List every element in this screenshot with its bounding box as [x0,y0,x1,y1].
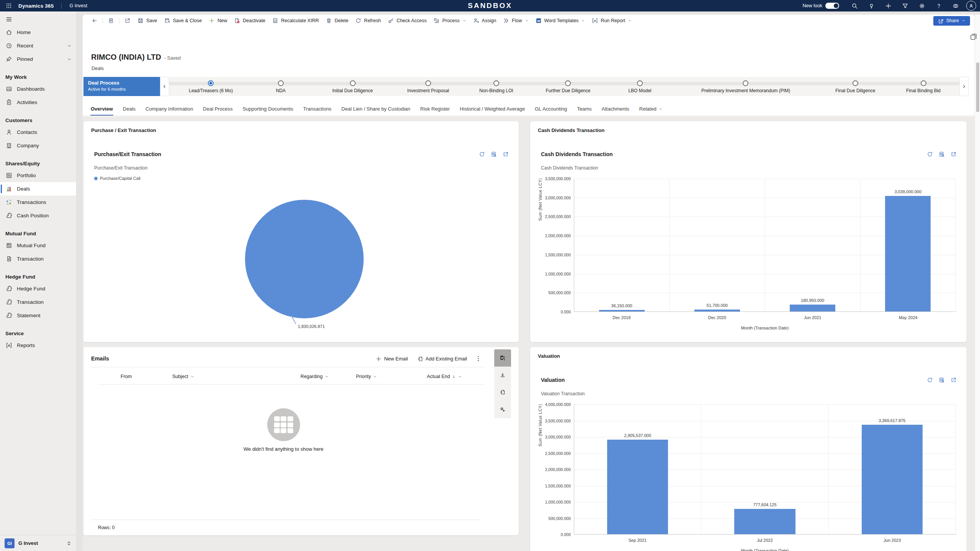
tab-deals[interactable]: Deals [119,103,140,116]
column-header-from[interactable]: From [121,371,172,382]
bpf-scroll-left-button[interactable] [160,77,169,96]
run-flow-button[interactable] [494,401,511,418]
export-excel-button[interactable]: X [494,349,511,367]
sidebar-item-transactions[interactable]: €$Transactions [0,196,76,209]
filter-icon[interactable] [897,0,913,11]
bpf-stage-preliminary-investment-memorandum-pim[interactable]: Preliminary Investment Memorandum (PIM) [672,77,819,96]
tab-historical-weighted-average[interactable]: Historical / Weighted Average [456,103,529,116]
sidebar-item-dashboards[interactable]: Dashboards [0,82,76,96]
vertical-scrollbar[interactable] [975,15,980,551]
expand-chart-icon[interactable] [951,151,957,157]
command-refresh-button[interactable]: Refresh [352,16,384,26]
new-look-toggle[interactable] [825,3,839,9]
command-check-access-button[interactable]: Check Access [384,16,430,26]
tab-related[interactable]: Related [635,103,667,116]
tab-deal-lien-share-by-custodian[interactable]: Deal Lien / Share by Custodian [337,103,415,116]
help-icon[interactable] [930,0,947,11]
bpf-stage-non-binding-loi[interactable]: Non-Binding LOI [464,77,528,96]
purchase-exit-section: Purchase / Exit Transaction Purchase/Exi… [83,121,519,342]
sidebar-item-company[interactable]: Company [0,139,76,152]
command-recalculate-xirr-button[interactable]: Recalculate XIRR [269,16,322,26]
waffle-menu-icon[interactable] [3,0,15,11]
command-save-button[interactable]: Save [134,16,161,26]
command-delete-button[interactable]: Delete [322,16,352,26]
bpf-process-badge[interactable]: Deal Process Active for 6 months [83,77,160,96]
column-header-subject[interactable]: Subject [172,371,301,382]
new-email-button[interactable]: New Email [372,354,412,364]
sidebar-item-statement[interactable]: Statement [0,309,76,322]
bpf-stage-final-due-diligence[interactable]: Final Due Diligence [819,77,891,96]
support-icon[interactable] [947,0,964,11]
sidebar-item-contacts[interactable]: Contacts [0,126,76,139]
bpf-stage-initial-due-diligence[interactable]: Initial Due Diligence [313,77,392,96]
sidebar-item-transaction[interactable]: Transaction [0,252,76,266]
tab-attachments[interactable]: Attachments [598,103,634,116]
command-process-button[interactable]: Process [430,16,469,26]
tab-company-information[interactable]: Company Information [141,103,197,116]
bpf-stage-investment-proposal[interactable]: Investment Proposal [392,77,464,96]
expand-chart-icon[interactable] [951,377,957,383]
command-deactivate-button[interactable]: Deactivate [230,16,269,26]
tab-risk-register[interactable]: Risk Register [416,103,454,116]
download-button[interactable] [494,367,511,384]
refresh-chart-icon[interactable] [479,151,485,157]
view-records-icon[interactable] [939,377,945,383]
sidebar-item-cash-position[interactable]: Cash Position [0,209,76,222]
sidebar-item-mutual-fund[interactable]: Mutual Fund [0,239,76,252]
bpf-stage-nda[interactable]: NDA [248,77,313,96]
tab-supporting-documents[interactable]: Supporting Documents [238,103,297,116]
column-header-priority[interactable]: Priority [356,371,427,382]
copy-record-button[interactable] [494,384,511,401]
sidebar-item-reports[interactable]: Reports [0,339,76,352]
add-icon[interactable] [880,0,897,11]
command-label: Flow [512,18,522,23]
column-header-regarding[interactable]: Regarding [301,371,356,382]
sidebar-item-deals[interactable]: Deals [0,182,76,196]
sidebar-item-portfolio[interactable]: Portfolio [0,169,76,182]
command-word-templates-button[interactable]: WWord Templates [532,16,589,26]
hamburger-menu-icon[interactable] [0,11,76,24]
refresh-chart-icon[interactable] [927,151,933,157]
command-assign-button[interactable]: Assign [470,16,500,26]
view-records-icon[interactable] [491,151,497,157]
tab-transactions[interactable]: Transactions [299,103,336,116]
view-records-icon[interactable] [939,151,945,157]
sidebar-item-activities[interactable]: Activities [0,96,76,109]
sidebar-item-transaction[interactable]: Transaction [0,295,76,309]
refresh-chart-icon[interactable] [927,377,933,383]
scrollbar-thumb[interactable] [976,62,979,112]
command-label: New [217,18,227,23]
sidebar-item-home[interactable]: Home [0,26,76,39]
account-avatar[interactable] [966,1,976,11]
idea-icon[interactable] [863,0,880,11]
sidebar-item-recent[interactable]: Recent [0,39,76,52]
tab-teams[interactable]: Teams [573,103,596,116]
command-form-selector-button[interactable] [105,16,118,26]
side-pane-icon[interactable] [970,33,979,42]
area-switcher[interactable]: GI G Invest [0,535,76,551]
command-save-and-close-button[interactable]: Save & Close [161,16,206,26]
command-back-button[interactable] [88,16,101,26]
command-flow-button[interactable]: Flow [500,16,532,26]
share-button[interactable]: Share [933,16,970,26]
tab-gl-accounting[interactable]: GL Accounting [531,103,571,116]
sidebar-item-pinned[interactable]: Pinned [0,52,76,66]
bpf-stage-further-due-diligence[interactable]: Further Due Diligence [528,77,608,96]
add-existing-email-button[interactable]: Add Existing Email [413,354,471,364]
more-commands-icon[interactable]: ⋮ [472,354,484,363]
bpf-stage-lbo-model[interactable]: LBO Model [608,77,672,96]
tab-deal-process[interactable]: Deal Process [199,103,237,116]
sidebar-item-hedge-fund[interactable]: Hedge Fund [0,282,76,295]
bpf-stage-lead-treasers-6-mo[interactable]: Lead/Treasers (6 Mo) [173,77,248,96]
expand-chart-icon[interactable] [503,151,509,157]
tab-overview[interactable]: Overview [87,103,117,116]
column-header-actual-end[interactable]: Actual End [427,371,492,382]
command-run-report-button[interactable]: Run Report [588,16,635,26]
app-name[interactable]: G Invest [69,3,87,8]
settings-gear-icon[interactable] [913,0,930,11]
command-new-button[interactable]: New [205,16,230,26]
search-icon[interactable] [846,0,863,11]
command-popout-record-button[interactable] [121,16,134,26]
bpf-stage-final-binding-bid[interactable]: Final Binding Bid [891,77,956,96]
bpf-scroll-right-button[interactable] [959,77,969,96]
